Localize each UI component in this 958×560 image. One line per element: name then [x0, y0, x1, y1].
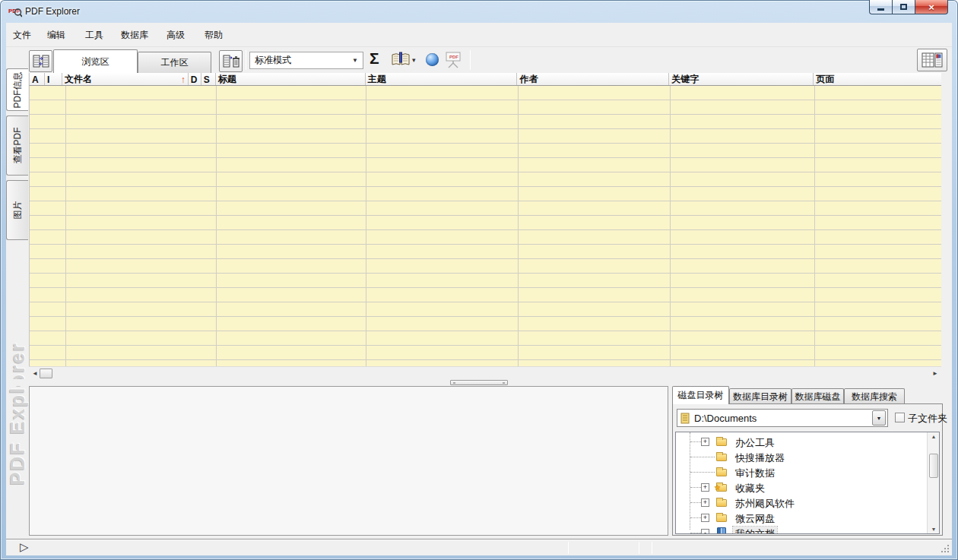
- tab-disk-directory-tree[interactable]: 磁盘目录树: [672, 386, 729, 404]
- document-icon: [715, 527, 728, 534]
- grid-line: [518, 86, 519, 366]
- scroll-right-icon[interactable]: ►: [932, 369, 938, 378]
- menu-help[interactable]: 帮助: [201, 23, 226, 47]
- splitter-grip[interactable]: [450, 380, 508, 385]
- pdf-presentation-button[interactable]: PDF: [444, 52, 462, 71]
- svg-text:PDF: PDF: [449, 55, 458, 59]
- grid-line: [814, 86, 815, 366]
- tab-browse-area[interactable]: 浏览区: [53, 49, 138, 73]
- toggle-preview-pane-button[interactable]: [917, 49, 947, 71]
- column-header-keywords[interactable]: 关键字: [669, 73, 814, 85]
- file-table-body[interactable]: [29, 86, 941, 366]
- tree-item[interactable]: + 苏州飓风软件: [676, 495, 939, 510]
- grid-line: [366, 86, 366, 366]
- disk-tree-pane: D:\Documents ▼ 子文件夹 + 办公工具: [672, 403, 943, 536]
- folder-icon: [715, 512, 728, 523]
- statusbar-separator: [568, 542, 569, 554]
- tree-item[interactable]: 快搜播放器: [676, 449, 939, 464]
- tree-expander[interactable]: +: [701, 483, 709, 492]
- close-icon: ×: [928, 2, 934, 13]
- tab-database-search[interactable]: 数据库搜索: [844, 388, 905, 404]
- folder-icon: [715, 451, 728, 462]
- tab-database-directory-tree[interactable]: 数据库目录树: [729, 388, 791, 404]
- window-title: PDF Explorer: [25, 6, 80, 17]
- grid-line: [216, 86, 217, 366]
- remove-from-list-icon: [223, 55, 240, 68]
- folder-path-combo[interactable]: D:\Documents ▼: [677, 409, 888, 427]
- tree-item[interactable]: 审计数据: [676, 464, 939, 479]
- remove-from-list-button[interactable]: [219, 50, 243, 72]
- grid-line: [670, 86, 671, 366]
- subfolders-checkbox-label: 子文件夹: [908, 412, 947, 426]
- menu-database[interactable]: 数据库: [118, 23, 151, 47]
- scroll-down-icon[interactable]: ▼: [928, 527, 940, 532]
- favorites-folder-icon: ★: [715, 482, 728, 492]
- tree-item[interactable]: + 微云网盘: [676, 510, 939, 525]
- titlebar[interactable]: PDF PDF Explorer ×: [0, 0, 958, 23]
- resize-grip[interactable]: [947, 551, 949, 552]
- column-header-a[interactable]: A: [30, 73, 45, 85]
- subfolders-checkbox[interactable]: [895, 413, 905, 422]
- column-header-s[interactable]: S: [201, 73, 216, 85]
- folder-icon: [715, 467, 728, 477]
- app-logo-icon: PDF: [8, 5, 22, 17]
- folder-path-icon: [680, 413, 690, 424]
- tree-expander[interactable]: +: [701, 438, 709, 446]
- menu-file[interactable]: 文件: [10, 23, 34, 47]
- scrollbar-thumb[interactable]: [929, 454, 938, 478]
- menu-tools[interactable]: 工具: [82, 23, 106, 47]
- column-header-d[interactable]: D: [189, 73, 201, 85]
- column-header-subject[interactable]: 主题: [366, 73, 518, 85]
- column-header-pages[interactable]: 页面: [814, 73, 941, 85]
- column-header-filename[interactable]: 文件名↑: [62, 73, 189, 85]
- menu-advanced[interactable]: 高级: [163, 23, 188, 47]
- sort-ascending-icon: ↑: [181, 74, 186, 85]
- tree-expander[interactable]: +: [701, 498, 709, 507]
- preview-panel: [29, 386, 668, 536]
- folder-path-dropdown-button[interactable]: ▼: [872, 410, 886, 426]
- pdf-presentation-icon: PDF: [444, 52, 462, 68]
- chevron-down-icon: ▼: [352, 57, 358, 64]
- swap-lists-button[interactable]: [29, 50, 52, 72]
- tree-item[interactable]: + ★ 收藏夹: [676, 479, 939, 495]
- horizontal-splitter[interactable]: [6, 379, 952, 386]
- toolbar: 浏览区 工作区 标准模式 ▼ Σ: [6, 47, 952, 73]
- side-tab-images[interactable]: 图片: [6, 180, 28, 240]
- tree-item[interactable]: + 办公工具: [676, 434, 939, 449]
- table-horizontal-scrollbar[interactable]: ◄ ►: [29, 366, 941, 379]
- scroll-left-icon[interactable]: ◄: [32, 369, 38, 378]
- side-tab-view-pdf[interactable]: 查看PDF: [6, 115, 28, 176]
- status-play-icon[interactable]: ▷: [20, 540, 29, 554]
- mode-select[interactable]: 标准模式 ▼: [249, 52, 363, 69]
- toggle-preview-pane-icon: [922, 52, 943, 68]
- tree-vertical-scrollbar[interactable]: ▲ ▼: [927, 432, 939, 533]
- statusbar-separator: [639, 542, 639, 554]
- statistics-sum-button[interactable]: Σ: [370, 49, 379, 68]
- minimize-button[interactable]: [869, 0, 892, 14]
- scrollbar-thumb[interactable]: [40, 369, 52, 378]
- column-header-author[interactable]: 作者: [517, 73, 669, 85]
- tree-item[interactable]: - 我的文档: [676, 525, 939, 534]
- mode-select-value: 标准模式: [255, 54, 291, 67]
- close-button[interactable]: ×: [915, 0, 948, 14]
- tab-database-disk[interactable]: 数据库磁盘: [791, 388, 844, 404]
- tab-work-area[interactable]: 工作区: [138, 52, 211, 73]
- menu-edit[interactable]: 编辑: [44, 23, 68, 47]
- open-book-button[interactable]: [391, 52, 411, 70]
- folder-path-value: D:\Documents: [694, 413, 757, 424]
- maximize-button[interactable]: [892, 0, 915, 14]
- scroll-up-icon[interactable]: ▲: [928, 434, 940, 439]
- statusbar-separator: [652, 542, 652, 554]
- disk-directory-tree[interactable]: + 办公工具 快搜播放器 审计数据: [675, 432, 940, 534]
- toolbar-separator: [246, 50, 246, 70]
- globe-icon[interactable]: [426, 53, 439, 66]
- side-tab-pdf-info[interactable]: PDF信息: [6, 68, 28, 111]
- book-dropdown-arrow-icon[interactable]: ▾: [412, 56, 416, 64]
- tree-expander[interactable]: -: [701, 529, 709, 534]
- folder-icon: [715, 497, 728, 508]
- minimize-icon: [877, 8, 884, 11]
- menubar: 文件 编辑 工具 数据库 高级 帮助: [6, 23, 952, 47]
- column-header-title[interactable]: 标题: [216, 73, 366, 85]
- column-header-i[interactable]: I: [45, 73, 62, 85]
- tree-expander[interactable]: +: [701, 514, 709, 522]
